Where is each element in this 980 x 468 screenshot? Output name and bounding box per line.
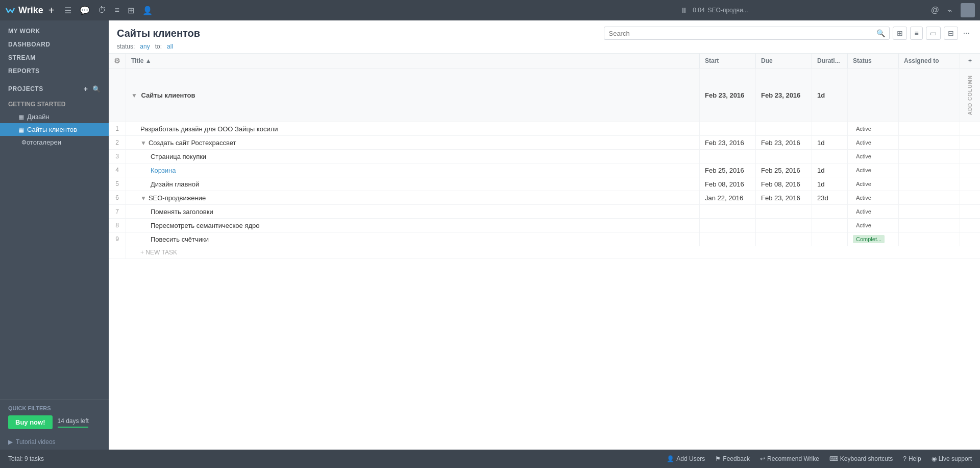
inbox-icon[interactable]: ⌁: [947, 6, 952, 15]
filter-button[interactable]: ⊟: [944, 27, 958, 40]
add-col-header[interactable]: +: [960, 54, 981, 68]
person-icon[interactable]: 👤: [142, 6, 153, 15]
task-add: [960, 136, 981, 150]
assigned-col-header[interactable]: Assigned to: [899, 54, 960, 68]
task-title-link[interactable]: Корзина: [151, 167, 176, 174]
task-duration: [812, 219, 848, 232]
sidebar-item-dizain[interactable]: ▦ Дизайн: [0, 110, 109, 123]
add-button[interactable]: +: [48, 5, 55, 15]
search-project-icon[interactable]: 🔍: [92, 85, 101, 93]
task-duration: 23d: [812, 191, 848, 205]
task-title: Поменять заголовки: [151, 208, 213, 216]
new-task-label[interactable]: + NEW TASK: [126, 246, 981, 259]
sidebar-project-getting-started[interactable]: Getting started: [0, 98, 109, 110]
help-item[interactable]: ? Help: [903, 455, 921, 462]
status-badge: Active: [853, 152, 874, 160]
title-col-header[interactable]: Title ▲: [126, 54, 700, 68]
task-status: Complet...: [848, 232, 899, 246]
search-input[interactable]: [608, 30, 876, 37]
status-badge: Active: [853, 166, 874, 174]
task-duration: [812, 150, 848, 163]
task-title-cell: Разработать дизайн для ООО Зайцы косили: [126, 122, 700, 136]
task-start: [700, 232, 756, 246]
keyboard-icon: ⌨: [829, 455, 838, 462]
sidebar-item-dashboard[interactable]: DASHBOARD: [0, 38, 109, 51]
speech-bubble-icon[interactable]: 💬: [80, 6, 90, 15]
hamburger-icon[interactable]: ☰: [64, 6, 71, 15]
recommend-item[interactable]: ↩ Recommend Wrike: [760, 455, 819, 462]
task-num: 7: [109, 205, 126, 219]
task-title: Разработать дизайн для ООО Зайцы косили: [140, 125, 278, 133]
sidebar-projects-list: Getting started ▦ Дизайн ▦ Сайты клиенто…: [0, 96, 109, 400]
task-add: [960, 219, 981, 232]
status-col-header[interactable]: Status: [848, 54, 899, 68]
task-assigned: [899, 122, 960, 136]
table-view-button[interactable]: ⊞: [893, 27, 907, 40]
keyboard-shortcuts-item[interactable]: ⌨ Keyboard shortcuts: [829, 455, 893, 462]
search-box: 🔍: [604, 27, 890, 40]
task-status: Active: [848, 136, 899, 150]
timer-badge: 0:04 SEO-продви...: [693, 7, 748, 14]
task-start: Feb 25, 2016: [700, 163, 756, 177]
task-due: Feb 23, 2016: [756, 191, 812, 205]
status-badge: Active: [853, 138, 874, 147]
duration-col-header[interactable]: Durati...: [812, 54, 848, 68]
filter-to-value[interactable]: all: [167, 43, 173, 50]
buy-now-button[interactable]: Buy now!: [8, 415, 53, 429]
quick-filters-label: QUICK FILTERS: [8, 405, 101, 411]
mention-icon[interactable]: @: [931, 6, 939, 15]
settings-icon[interactable]: ⚙: [114, 57, 120, 65]
table-row: 3 Страница покупки Active: [109, 150, 980, 163]
recommend-icon: ↩: [760, 455, 765, 462]
task-due: Feb 23, 2016: [756, 136, 812, 150]
avatar[interactable]: [961, 3, 975, 17]
tutorial-videos[interactable]: ▶ Tutorial videos: [0, 434, 109, 450]
task-duration: [812, 122, 848, 136]
task-assigned: [899, 150, 960, 163]
add-column-label[interactable]: ADD COLUMN: [965, 71, 975, 119]
task-status: Active: [848, 150, 899, 163]
group-expand-icon[interactable]: ▼: [131, 92, 137, 99]
add-users-item[interactable]: 👤 Add Users: [667, 455, 705, 462]
live-support-item[interactable]: ◉ Live support: [932, 455, 972, 462]
table-row: 9 Повесить счётчики Complet...: [109, 232, 980, 246]
task-title-cell: ▼SEO-продвижение: [126, 191, 700, 205]
grid-view-icon[interactable]: ⊞: [128, 6, 134, 15]
more-options-button[interactable]: ···: [961, 27, 972, 40]
list-view-icon[interactable]: ≡: [114, 6, 119, 15]
filter-to-label: to:: [155, 43, 162, 50]
sidebar-item-my-work[interactable]: MY WORK: [0, 25, 109, 38]
sidebar-item-stream[interactable]: STREAM: [0, 51, 109, 64]
gantt-view-button[interactable]: ▭: [926, 27, 941, 40]
feedback-item[interactable]: ⚑ Feedback: [715, 455, 750, 462]
task-duration: 1d: [812, 177, 848, 191]
add-project-icon[interactable]: +: [84, 85, 88, 93]
table-row: 7 Поменять заголовки Active: [109, 205, 980, 219]
timer-area: ⏸ 0:04 SEO-продви...: [498, 6, 931, 14]
task-assigned: [899, 191, 960, 205]
task-duration: [812, 232, 848, 246]
table-row: 2 ▼Создать сайт Ростехрассвет Feb 23, 20…: [109, 136, 980, 150]
task-title-cell: Корзина: [126, 163, 700, 177]
task-add: [960, 232, 981, 246]
new-task-row[interactable]: + NEW TASK: [109, 246, 980, 259]
sidebar-item-reports[interactable]: REPORTS: [0, 64, 109, 78]
history-icon[interactable]: ⏱: [98, 6, 106, 15]
task-due: Feb 08, 2016: [756, 177, 812, 191]
status-badge: Active: [853, 125, 874, 133]
sidebar-item-saity-klientov[interactable]: ▦ Сайты клиентов: [0, 123, 109, 136]
expand-icon[interactable]: ▼: [140, 195, 146, 202]
projects-section-header[interactable]: PROJECTS + 🔍: [0, 82, 109, 96]
due-col-header[interactable]: Due: [756, 54, 812, 68]
expand-icon[interactable]: ▼: [140, 139, 146, 147]
table-row: 8 Пересмотреть семантическое ядро Active: [109, 219, 980, 232]
timer-pause-icon[interactable]: ⏸: [680, 6, 688, 14]
task-title: Дизайн главной: [151, 180, 199, 188]
task-add: [960, 205, 981, 219]
sidebar-item-fotogalerei[interactable]: Фотогалереи: [0, 136, 109, 149]
filter-status-value[interactable]: any: [140, 43, 150, 50]
bottom-bar-right: 👤 Add Users ⚑ Feedback ↩ Recommend Wrike…: [667, 455, 972, 462]
task-assigned: [899, 219, 960, 232]
start-col-header[interactable]: Start: [700, 54, 756, 68]
list-view-button[interactable]: ≡: [910, 27, 922, 40]
